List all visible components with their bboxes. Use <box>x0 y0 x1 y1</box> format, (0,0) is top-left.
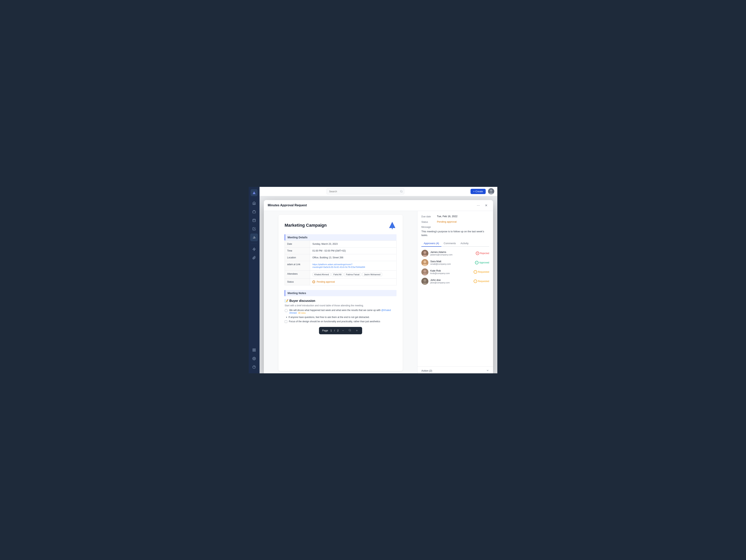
approver-item: John doe jdoe@company.com ○ Requested <box>421 278 489 285</box>
message-label: Message <box>421 226 489 229</box>
meeting-notes-section: Meeting Notes 📝 Buyer discussion Start w… <box>285 290 397 323</box>
attendees-label: Attendees <box>285 270 310 278</box>
sidebar-logo <box>251 189 258 196</box>
action-header[interactable]: Action (2) <box>421 369 489 373</box>
approver-info-john: John doe jdoe@company.com <box>430 278 472 284</box>
status-badge: Pending approval <box>437 220 457 223</box>
main-area: + Create Minutes Approval Request ⋯ <box>260 187 497 373</box>
sidebar-item-briefcase[interactable] <box>250 208 258 216</box>
app-shell: + Create Minutes Approval Request ⋯ <box>249 187 497 373</box>
attendees-value: Khaled Ahmed Fahd Ali Fatima Faisal Jasi… <box>310 270 397 278</box>
status-approved: ✓ Approved <box>475 261 489 264</box>
chevron-down-icon <box>486 369 489 373</box>
svg-rect-2 <box>253 211 256 213</box>
time-value: 01:00 PM - 02:00 PM (GMT+02) <box>310 247 397 254</box>
task-checkbox-icon[interactable] <box>285 320 287 323</box>
bullet-text: If anyone have questions, feel free to a… <box>288 316 370 319</box>
approver-item: Kate Rob krob@company.com ○ Requested <box>421 268 489 275</box>
content-bg: Minutes Approval Request ⋯ ✕ <box>260 196 497 373</box>
task-item-circle: We will dicuss what happened last week a… <box>285 309 397 314</box>
approver-name: John doe <box>430 278 472 282</box>
svg-rect-14 <box>253 350 254 351</box>
rejected-icon: ✕ <box>476 252 479 255</box>
page-zoom-button[interactable] <box>347 328 352 333</box>
status-requested-kate: ○ Requested <box>474 270 489 274</box>
meeting-link[interactable]: https://platform.adam.ai/meetings/room?m… <box>312 263 365 268</box>
tab-comments[interactable]: Comments <box>441 240 458 247</box>
svg-point-21 <box>490 189 492 192</box>
adamai-logo <box>388 221 397 230</box>
right-panel-content: Due date Tue, Feb 16, 2022 Status Pendin… <box>418 211 493 366</box>
meeting-notes-header: Meeting Notes <box>285 290 397 296</box>
approver-info-kate: Kate Rob krob@company.com <box>430 269 472 274</box>
svg-point-29 <box>424 251 426 254</box>
tab-approvers[interactable]: Approvers (4) <box>421 240 441 247</box>
due-date-value: Tue, Feb 16, 2022 <box>437 215 458 218</box>
bullet-item: If anyone have questions, feel free to a… <box>285 316 397 319</box>
date-label: Date <box>285 240 310 247</box>
svg-rect-3 <box>253 219 255 222</box>
task-circle-icon[interactable] <box>285 309 288 312</box>
due-date-label: Due date <box>421 215 437 218</box>
approved-label: Approved <box>479 261 489 264</box>
status-requested-john: ○ Requested <box>474 279 489 283</box>
sidebar-item-help[interactable] <box>250 363 258 371</box>
sidebar-item-settings[interactable] <box>250 355 258 362</box>
approver-item: James Adams jadams@company.com ✕ Rejecte… <box>421 250 489 257</box>
task-item-checkbox: Focus of the design should be on functio… <box>285 320 397 323</box>
status-label: Status <box>285 278 310 285</box>
approver-name: Kate Rob <box>430 269 472 272</box>
sidebar-item-tasks[interactable] <box>250 225 258 233</box>
status-value: ? Pending approval <box>310 278 397 285</box>
more-options-button[interactable]: ⋯ <box>475 202 481 208</box>
sidebar-item-home[interactable] <box>250 199 258 207</box>
pending-text: Pending approval <box>317 281 335 283</box>
modal-header: Minutes Approval Request ⋯ ✕ <box>264 200 493 211</box>
sidebar-item-attachments[interactable] <box>250 254 258 262</box>
document: Marketing Campaign Meeting De <box>278 215 403 371</box>
message-section: Message This meeting's purpose is to fol… <box>421 226 489 237</box>
date-value: Sunday, March 23, 2023 <box>310 240 397 247</box>
page-total: 2 <box>337 329 339 332</box>
close-button[interactable]: ✕ <box>483 202 489 208</box>
discussion-intro: Start with a brief introduction and roun… <box>285 304 397 307</box>
user-avatar[interactable] <box>488 188 494 195</box>
table-row: Date Sunday, March 23, 2023 <box>285 240 397 247</box>
approver-avatar-kate <box>421 268 428 275</box>
modal-title: Minutes Approval Request <box>268 204 475 207</box>
svg-rect-11 <box>253 349 254 350</box>
page-bar: Page 1 / 2 − + <box>319 327 362 334</box>
page-prev-button[interactable]: − <box>341 328 345 333</box>
tab-activity[interactable]: Activity <box>458 240 471 247</box>
approver-avatar-john <box>421 278 428 285</box>
link-value: https://platform.adam.ai/meetings/room?m… <box>310 261 397 270</box>
status-pending: ? Pending approval <box>312 281 394 283</box>
svg-point-35 <box>424 270 426 272</box>
location-value: Office, Building 13, Street 266 <box>310 254 397 261</box>
requested-icon: ○ <box>474 279 477 283</box>
modal-actions: ⋯ ✕ <box>475 202 489 208</box>
approver-info-sara: Sara Matt smatt@company.com <box>430 260 473 265</box>
sidebar-item-grid[interactable] <box>250 346 258 354</box>
page-next-button[interactable]: + <box>355 328 359 333</box>
sidebar-item-calendar[interactable] <box>250 216 258 224</box>
zoom-icon <box>348 329 351 331</box>
sidebar-item-analytics[interactable] <box>250 234 258 241</box>
approver-email: jadams@company.com <box>430 254 474 256</box>
approvers-tabs: Approvers (4) Comments Activity <box>421 240 489 247</box>
create-button[interactable]: + Create <box>470 189 486 194</box>
approver-item: Sara Matt smatt@company.com ✓ Approved <box>421 259 489 266</box>
sidebar-item-bolt[interactable] <box>250 245 258 253</box>
more-icon: ⋯ <box>477 204 480 207</box>
meeting-details-section: Meeting Details Date Sunday, March 23, 2… <box>285 234 397 285</box>
svg-rect-12 <box>255 349 255 350</box>
search-input[interactable] <box>326 188 404 195</box>
status-label: Status <box>421 220 437 224</box>
svg-point-32 <box>424 261 426 263</box>
table-row: Attendees Khaled Ahmed Fahd Ali Fatima F… <box>285 270 397 278</box>
discussion-emoji: 📝 <box>285 299 288 302</box>
svg-point-38 <box>424 279 426 282</box>
rejected-label: Rejected <box>480 252 489 255</box>
sidebar-divider <box>251 243 257 243</box>
doc-header: Marketing Campaign <box>285 221 397 230</box>
